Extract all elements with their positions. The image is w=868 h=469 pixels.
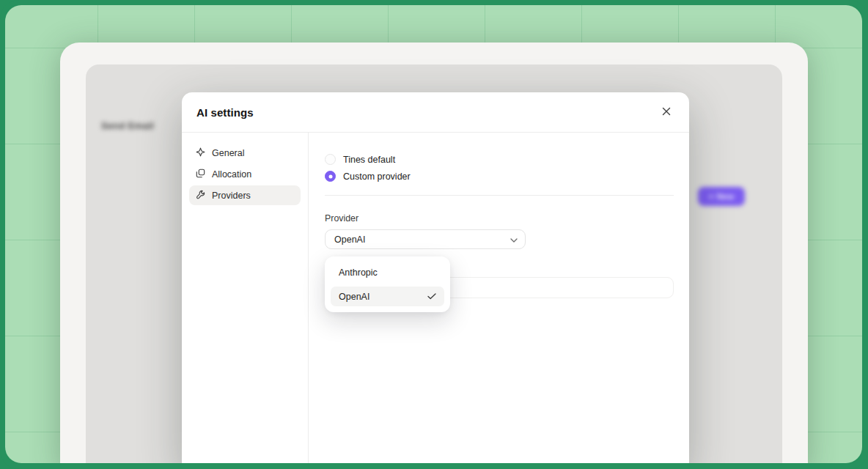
sidebar-item-allocation[interactable]: Allocation	[189, 164, 301, 184]
close-button[interactable]	[657, 103, 676, 122]
sidebar-item-label: General	[212, 148, 244, 158]
modal-header: AI settings	[182, 92, 689, 133]
provider-select[interactable]: OpenAI	[325, 229, 526, 249]
chevron-down-icon	[510, 234, 518, 245]
allocation-icon	[196, 169, 205, 180]
ai-settings-modal: AI settings General	[182, 92, 689, 469]
canvas-node-label: Send Email	[101, 120, 154, 131]
sparkle-icon	[196, 147, 205, 159]
settings-sidebar: General Allocation Providers	[182, 133, 309, 469]
dropdown-option-label: OpenAI	[339, 292, 369, 302]
canvas-action-button[interactable]: + New	[698, 187, 745, 206]
radio-tines-default[interactable]: Tines default	[325, 152, 674, 166]
sidebar-item-label: Providers	[212, 191, 251, 201]
radio-custom-provider[interactable]: Custom provider	[325, 169, 674, 183]
divider	[325, 195, 674, 196]
dropdown-option-openai[interactable]: OpenAI	[331, 287, 444, 306]
provider-dropdown-menu: Anthropic OpenAI	[325, 256, 450, 312]
sidebar-item-general[interactable]: General	[189, 143, 301, 163]
close-icon	[662, 107, 671, 118]
dropdown-option-label: Anthropic	[339, 267, 378, 278]
modal-title: AI settings	[196, 106, 657, 119]
radio-circle[interactable]	[325, 154, 336, 165]
provider-select-value: OpenAI	[334, 234, 365, 245]
dropdown-option-anthropic[interactable]: Anthropic	[331, 262, 444, 282]
check-icon	[427, 292, 436, 302]
provider-field-label: Provider	[325, 213, 674, 224]
radio-label: Tines default	[343, 155, 395, 165]
wrench-icon	[196, 190, 205, 202]
radio-label: Custom provider	[343, 171, 411, 182]
radio-circle[interactable]	[325, 171, 336, 182]
sidebar-item-label: Allocation	[212, 169, 251, 180]
canvas-action-button-label: New	[717, 192, 735, 201]
sidebar-item-providers[interactable]: Providers	[189, 185, 301, 205]
plus-icon: +	[709, 192, 714, 201]
